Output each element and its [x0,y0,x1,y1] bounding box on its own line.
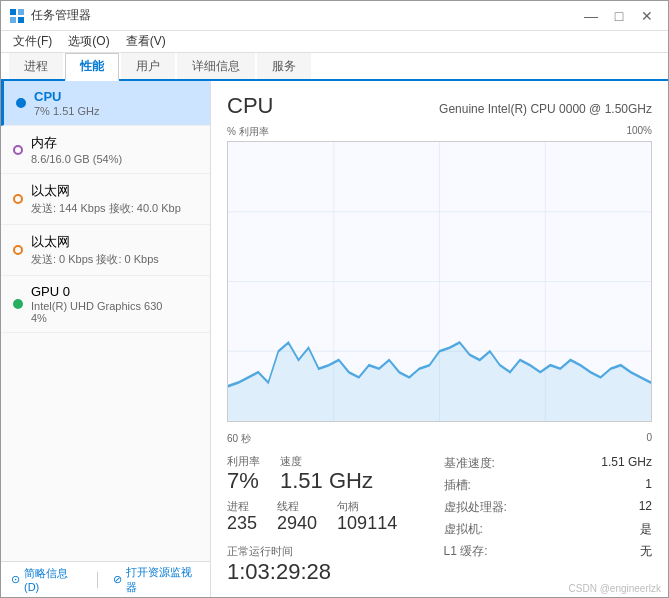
menu-file[interactable]: 文件(F) [5,31,60,52]
cpu-chart [227,141,652,422]
gpu-detail: Intel(R) UHD Graphics 6304% [31,300,198,324]
sidebar-item-ethernet1[interactable]: 以太网 发送: 144 Kbps 接收: 40.0 Kbp [1,174,210,225]
handle-label: 句柄 [337,499,397,514]
menu-bar: 文件(F) 选项(O) 查看(V) [1,31,668,53]
main-panel: CPU Genuine Intel(R) CPU 0000 @ 1.50GHz … [211,81,668,597]
minimize-button[interactable]: — [578,6,604,26]
right-stat-basespeed: 基准速度: 1.51 GHz [444,454,653,473]
chart-svg [228,142,651,421]
right-stat-vproc: 虚拟处理器: 12 [444,498,653,517]
title-bar-left: 任务管理器 [9,7,91,24]
tab-processes[interactable]: 进程 [9,53,63,79]
utilization-value: 7% [227,469,260,493]
uptime-stat: 正常运行时间 1:03:29:28 [227,540,436,585]
open-resource-monitor-link[interactable]: ⊘ 打开资源监视器 [113,565,200,595]
brief-icon: ⊙ [11,573,20,586]
basespeed-label: 基准速度: [444,455,495,472]
uptime-label: 正常运行时间 [227,544,436,559]
stats-grid: 利用率 7% 速度 1.51 GHz 进程 235 [227,454,652,585]
ethernet2-name: 以太网 [31,233,198,251]
svg-rect-1 [18,9,24,15]
gpu-name: GPU 0 [31,284,198,299]
chart-y-label: % 利用率 [227,125,269,139]
vm-label: 虚拟机: [444,521,483,538]
open-icon: ⊘ [113,573,122,586]
cpu-info: CPU 7% 1.51 GHz [34,89,198,117]
gpu-info: GPU 0 Intel(R) UHD Graphics 6304% [31,284,198,324]
ethernet1-dot [13,194,23,204]
sidebar-item-gpu[interactable]: GPU 0 Intel(R) UHD Graphics 6304% [1,276,210,333]
sidebar-item-ethernet2[interactable]: 以太网 发送: 0 Kbps 接收: 0 Kbps [1,225,210,276]
process-stat: 进程 235 [227,499,257,534]
task-manager-window: 任务管理器 — □ ✕ 文件(F) 选项(O) 查看(V) 进程 性能 用户 详… [0,0,669,598]
ethernet2-detail: 发送: 0 Kbps 接收: 0 Kbps [31,252,198,267]
svg-rect-2 [10,17,16,23]
window-controls: — □ ✕ [578,6,660,26]
socket-label: 插槽: [444,477,471,494]
svg-rect-3 [18,17,24,23]
speed-label: 速度 [280,454,373,469]
vm-value: 是 [640,521,652,538]
title-bar: 任务管理器 — □ ✕ [1,1,668,31]
main-header: CPU Genuine Intel(R) CPU 0000 @ 1.50GHz [227,93,652,119]
memory-detail: 8.6/16.0 GB (54%) [31,153,198,165]
speed-stat: 速度 1.51 GHz [280,454,373,493]
tab-services[interactable]: 服务 [257,53,311,79]
close-button[interactable]: ✕ [634,6,660,26]
window-title: 任务管理器 [31,7,91,24]
l1cache-value: 无 [640,543,652,560]
socket-value: 1 [645,477,652,494]
main-subtitle: Genuine Intel(R) CPU 0000 @ 1.50GHz [439,102,652,116]
right-stat-socket: 插槽: 1 [444,476,653,495]
cpu-name: CPU [34,89,198,104]
main-title: CPU [227,93,273,119]
uptime-value: 1:03:29:28 [227,559,436,585]
memory-dot [13,145,23,155]
process-value: 235 [227,514,257,534]
main-content: CPU 7% 1.51 GHz 内存 8.6/16.0 GB (54%) [1,81,668,597]
chart-y-label-right: 100% [626,125,652,139]
sidebar: CPU 7% 1.51 GHz 内存 8.6/16.0 GB (54%) [1,81,211,597]
cpu-dot [16,98,26,108]
memory-name: 内存 [31,134,198,152]
l1cache-label: L1 缓存: [444,543,488,560]
brief-info-link[interactable]: ⊙ 简略信息(D) [11,566,81,593]
speed-value: 1.51 GHz [280,469,373,493]
menu-view[interactable]: 查看(V) [118,31,174,52]
ethernet2-dot [13,245,23,255]
thread-label: 线程 [277,499,317,514]
open-label: 打开资源监视器 [126,565,200,595]
memory-info: 内存 8.6/16.0 GB (54%) [31,134,198,165]
footer-separator [97,572,98,588]
chart-x-label-right: 0 [646,432,652,446]
basespeed-value: 1.51 GHz [601,455,652,472]
maximize-button[interactable]: □ [606,6,632,26]
process-thread-handle-row: 进程 235 线程 2940 句柄 109114 [227,499,436,534]
stats-left: 利用率 7% 速度 1.51 GHz 进程 235 [227,454,436,585]
ethernet1-name: 以太网 [31,182,198,200]
chart-x-label-left: 60 秒 [227,432,251,446]
right-stat-vm: 虚拟机: 是 [444,520,653,539]
tab-performance[interactable]: 性能 [65,53,119,81]
cpu-detail: 7% 1.51 GHz [34,105,198,117]
utilization-stat: 利用率 7% [227,454,260,493]
menu-options[interactable]: 选项(O) [60,31,117,52]
tab-details[interactable]: 详细信息 [177,53,255,79]
utilization-speed-row: 利用率 7% 速度 1.51 GHz [227,454,436,493]
tab-bar: 进程 性能 用户 详细信息 服务 [1,53,668,81]
sidebar-item-memory[interactable]: 内存 8.6/16.0 GB (54%) [1,126,210,174]
sidebar-items: CPU 7% 1.51 GHz 内存 8.6/16.0 GB (54%) [1,81,210,561]
right-stat-l1cache: L1 缓存: 无 [444,542,653,561]
thread-value: 2940 [277,514,317,534]
handle-stat: 句柄 109114 [337,499,397,534]
sidebar-item-cpu[interactable]: CPU 7% 1.51 GHz [1,81,210,126]
chart-label-bottom: 60 秒 0 [227,432,652,446]
brief-label: 简略信息(D) [24,566,81,593]
handle-value: 109114 [337,514,397,534]
tab-users[interactable]: 用户 [121,53,175,79]
gpu-dot [13,299,23,309]
app-icon [9,8,25,24]
ethernet1-detail: 发送: 144 Kbps 接收: 40.0 Kbp [31,201,198,216]
utilization-label: 利用率 [227,454,260,469]
svg-rect-0 [10,9,16,15]
